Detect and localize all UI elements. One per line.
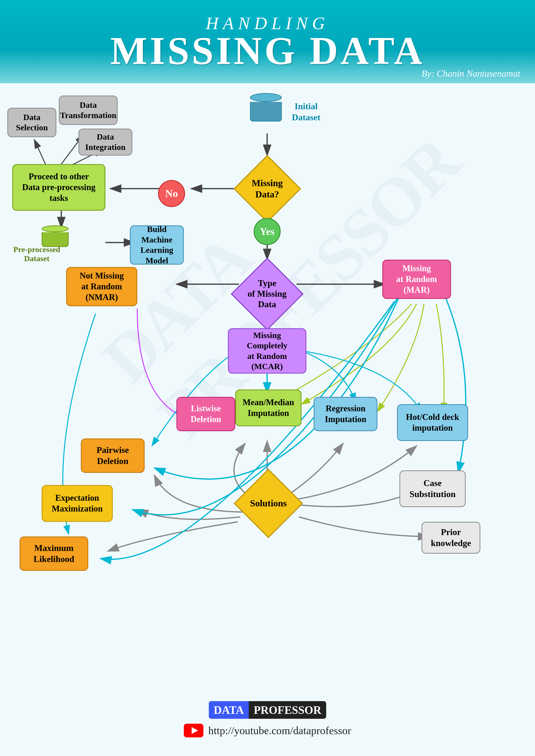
nmar-box: Not Missingat Random(NMAR) xyxy=(66,267,137,306)
svg-line-10 xyxy=(34,140,46,167)
solutions-diamond: Solutions xyxy=(235,470,301,536)
data-transformation-box: DataTransformation xyxy=(59,95,118,125)
header-byline: By: Chanin Nantasenamat xyxy=(422,68,520,79)
preprocessed-label: Pre-processedDataset xyxy=(12,245,61,263)
build-ml-box: BuildMachineLearningModel xyxy=(130,225,184,265)
preprocessed-cylinder xyxy=(42,225,69,247)
mar-box: Missingat Random(MAR) xyxy=(382,260,451,299)
footer: DATA PROFESSOR http://youtube.com/datapr… xyxy=(0,692,535,746)
type-missing-diamond: Typeof MissingData xyxy=(233,260,301,328)
regression-box: RegressionImputation xyxy=(314,397,378,431)
yes-circle: Yes xyxy=(254,218,281,245)
pairwise-box: PairwiseDeletion xyxy=(81,439,145,473)
youtube-url: http://youtube.com/dataprofessor xyxy=(208,724,351,737)
youtube-row: http://youtube.com/dataprofessor xyxy=(184,724,351,737)
data-professor-badge: DATA PROFESSOR xyxy=(209,701,326,719)
listwise-box: ListwiseDeletion xyxy=(177,397,235,431)
proceed-box: Proceed to otherData pre-processingtasks xyxy=(12,164,105,211)
dp-professor-label: PROFESSOR xyxy=(249,701,326,719)
data-integration-box: DataIntegration xyxy=(78,129,132,155)
header-missing-data: MISSING DATA xyxy=(110,31,425,70)
expectation-box: ExpectationMaximization xyxy=(42,485,113,522)
mean-median-box: Mean/MedianImputation xyxy=(235,390,301,426)
initial-dataset-label: InitialDataset xyxy=(288,98,324,126)
initial-dataset-cylinder xyxy=(250,93,282,122)
hot-cold-box: Hot/Cold deckimputation xyxy=(397,404,468,441)
header: HANDLING MISSING DATA By: Chanin Nantase… xyxy=(0,0,535,83)
dp-data-label: DATA xyxy=(209,701,249,719)
no-circle: No xyxy=(158,180,185,207)
maximum-box: MaximumLikelihood xyxy=(20,536,88,571)
prior-knowledge-box: Priorknowledge xyxy=(422,522,480,554)
youtube-icon xyxy=(184,724,203,737)
main-canvas: DATAPROFESSOR xyxy=(0,83,535,756)
case-substitution-box: CaseSubstitution xyxy=(400,470,465,507)
missing-data-diamond: MissingData? xyxy=(235,157,299,221)
mcar-box: MissingCompletelyat Random(MCAR) xyxy=(228,328,306,374)
data-selection-box: DataSelection xyxy=(7,108,56,137)
